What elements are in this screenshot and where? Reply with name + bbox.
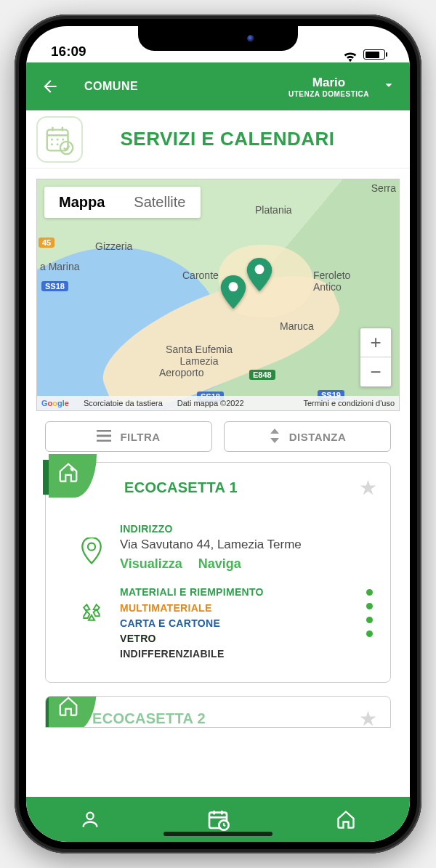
svg-point-10 (255, 264, 265, 274)
material-item: INDIFFERENZIABILE (120, 646, 356, 662)
chevron-down-icon (381, 77, 397, 96)
account-name: Mario (288, 76, 369, 90)
house-leaf-icon (57, 696, 79, 717)
location-card: ECOCASETTA 2 ★ (45, 696, 391, 728)
address-text: Via Savutano 44, Lamezia Terme (120, 538, 377, 552)
map-label: Santa Eufemia Lamezia (159, 344, 239, 367)
filter-button[interactable]: FILTRA (45, 421, 212, 452)
favorite-button[interactable]: ★ (359, 707, 377, 728)
map-label: Caronte (182, 269, 219, 281)
hamburger-icon (97, 430, 111, 444)
svg-point-6 (62, 138, 64, 140)
map-attribution: Google Scorciatoie da tastiera Dati mapp… (37, 396, 399, 410)
svg-point-13 (86, 813, 93, 819)
map-label: Feroleto Antico (313, 269, 364, 293)
house-leaf-icon (57, 461, 79, 483)
zoom-in-button[interactable]: + (360, 328, 391, 357)
sort-label: DISTANZA (289, 431, 347, 443)
location-card: ECOCASETTA 1 ★ INDIRIZZO Via Savutano 44… (45, 462, 391, 683)
nav-calendar[interactable] (202, 803, 234, 835)
account-selector[interactable]: Mario UTENZA DOMESTICA (288, 76, 397, 98)
svg-point-12 (88, 543, 95, 551)
nav-profile[interactable] (74, 803, 106, 835)
map-data-label: Dati mappa ©2022 (177, 399, 244, 407)
map-view[interactable]: Platania Serra Gizzeria a Marina Caronte… (36, 179, 400, 411)
status-time: 16:09 (51, 44, 86, 60)
map-type-tabs: Mappa Satellite (44, 187, 201, 218)
view-link[interactable]: Visualizza (120, 556, 182, 572)
home-indicator (164, 832, 272, 836)
account-type: UTENZA DOMESTICA (288, 90, 369, 98)
wifi-icon (343, 49, 358, 60)
svg-point-7 (51, 143, 53, 145)
materials-label: MATERIALI E RIEMPIMENTO (120, 586, 356, 598)
app-header: COMUNE Mario UTENZA DOMESTICA (26, 62, 410, 110)
address-label: INDIRIZZO (120, 523, 377, 535)
svg-point-4 (51, 138, 53, 140)
material-item: CARTA E CARTONE (120, 616, 356, 631)
road-sign: 45 (39, 238, 54, 248)
material-item: VETRO (120, 631, 356, 646)
map-zoom-controls: + − (360, 328, 392, 387)
page-title: SERVIZI E CALENDARI (92, 128, 400, 150)
road-sign: E848 (249, 370, 275, 380)
material-item: MULTIMATERIALE (120, 601, 356, 616)
fill-level-indicator (366, 586, 377, 637)
svg-point-8 (57, 143, 59, 145)
filter-label: FILTRA (120, 431, 160, 443)
map-label: Gizzeria (95, 240, 132, 252)
calendar-services-icon (36, 116, 83, 163)
map-pin[interactable] (220, 275, 246, 309)
recycle-icon (78, 586, 105, 662)
favorite-button[interactable]: ★ (359, 476, 377, 500)
nav-home[interactable] (330, 803, 362, 835)
back-button[interactable] (39, 76, 61, 97)
location-pin-icon (78, 523, 105, 572)
sort-button[interactable]: DISTANZA (224, 421, 391, 452)
google-logo: Google (41, 399, 69, 407)
map-tab-map[interactable]: Mappa (44, 187, 119, 218)
map-label: Platania (255, 204, 292, 216)
map-tab-satellite[interactable]: Satellite (119, 187, 200, 218)
svg-point-5 (57, 138, 59, 140)
map-label: a Marina (40, 261, 79, 272)
map-label: Serra (371, 182, 396, 194)
map-label: Maruca (280, 320, 314, 332)
map-shortcuts-link[interactable]: Scorciatoie da tastiera (84, 399, 163, 407)
map-pin[interactable] (246, 258, 272, 291)
card-title: ECOCASETTA 1 (124, 479, 238, 496)
battery-icon (363, 49, 385, 60)
map-label: Aeroporto (159, 367, 203, 378)
road-sign: SS18 (41, 281, 68, 291)
card-title: ECOCASETTA 2 (92, 710, 206, 727)
svg-point-11 (229, 282, 238, 291)
header-section-label: COMUNE (84, 80, 138, 93)
sort-icon (269, 429, 280, 445)
card-ribbon (43, 454, 107, 506)
zoom-out-button[interactable]: − (360, 357, 391, 386)
navigate-link[interactable]: Naviga (198, 556, 241, 572)
map-terms-link[interactable]: Termini e condizioni d'uso (303, 399, 395, 407)
